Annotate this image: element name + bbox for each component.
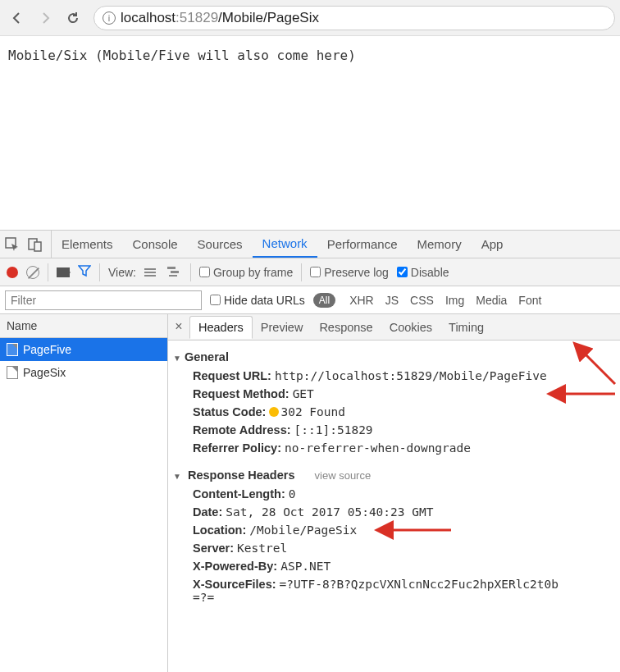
filter-toggle-icon[interactable] <box>78 264 91 280</box>
divider <box>190 263 191 281</box>
address-bar[interactable]: i localhost:51829/Mobile/PageSix <box>93 6 615 30</box>
header-value: 302 Found <box>280 405 345 418</box>
file-icon <box>7 366 18 379</box>
divider <box>99 263 100 281</box>
request-list: Name PageFivePageSix <box>0 314 168 672</box>
svg-rect-2 <box>34 242 41 251</box>
header-value: ASP.NET <box>280 560 331 573</box>
filter-type-font[interactable]: Font <box>518 294 541 307</box>
site-info-icon[interactable]: i <box>103 11 116 25</box>
back-button[interactable] <box>5 6 30 30</box>
tab-network[interactable]: Network <box>253 231 317 258</box>
browser-toolbar: i localhost:51829/Mobile/PageSix <box>0 0 620 36</box>
header-key: Remote Address: <box>193 423 291 437</box>
header-value: http://localhost:51829/Mobile/PageFive <box>275 369 547 382</box>
tab-performance[interactable]: Performance <box>317 231 408 258</box>
list-header-name[interactable]: Name <box>0 314 167 338</box>
preserve-log-check[interactable]: Preserve log <box>310 266 389 279</box>
headers-content: General Request URL: http://localhost:51… <box>168 341 620 672</box>
group-by-frame-check[interactable]: Group by frame <box>199 266 293 279</box>
subtab-headers[interactable]: Headers <box>189 316 253 339</box>
header-key: Request Method: <box>193 387 289 400</box>
svg-rect-5 <box>169 275 177 277</box>
filter-bar: Hide data URLs All XHRJSCSSImgMediaFont <box>0 286 620 314</box>
filter-all[interactable]: All <box>313 293 335 308</box>
divider <box>301 263 302 281</box>
header-row: Content-Length: 0 <box>173 485 615 503</box>
addr-port: :51829 <box>176 10 218 25</box>
subtab-response[interactable]: Response <box>311 317 381 338</box>
header-row: Request URL: http://localhost:51829/Mobi… <box>173 367 615 385</box>
tab-elements[interactable]: Elements <box>52 231 123 258</box>
request-name: PageFive <box>23 343 71 356</box>
tab-console[interactable]: Console <box>123 231 188 258</box>
screenshot-icon[interactable] <box>57 267 70 277</box>
header-value: Sat, 28 Oct 2017 05:40:23 GMT <box>226 505 433 519</box>
file-icon <box>7 343 18 356</box>
section-general[interactable]: General <box>173 347 615 367</box>
filter-type-media[interactable]: Media <box>476 294 507 307</box>
devtools-panel: ElementsConsoleSourcesNetworkPerformance… <box>0 230 620 672</box>
section-response-headers[interactable]: Response Headers view source <box>173 465 615 485</box>
tab-app[interactable]: App <box>472 231 513 258</box>
clear-button[interactable] <box>26 266 39 279</box>
addr-host: localhost <box>121 10 176 25</box>
page-text: Mobile/Six (Mobile/Five will also come h… <box>8 48 356 63</box>
request-name: PageSix <box>23 366 66 379</box>
subtab-timing[interactable]: Timing <box>440 317 492 338</box>
forward-button[interactable] <box>33 6 57 30</box>
header-key: Location: <box>193 523 246 537</box>
network-toolbar: View: Group by frame Preserve log Disabl… <box>0 258 620 286</box>
addr-path: /Mobile/PageSix <box>218 10 319 25</box>
header-key: Referrer Policy: <box>193 441 281 455</box>
page-content: Mobile/Six (Mobile/Five will also come h… <box>0 36 620 75</box>
device-toggle-icon[interactable] <box>28 237 43 252</box>
subtab-preview[interactable]: Preview <box>253 317 312 338</box>
header-value: [::1]:51829 <box>294 423 373 437</box>
header-row: Referrer Policy: no-referrer-when-downgr… <box>173 439 615 457</box>
header-key: Status Code: <box>193 405 266 418</box>
tab-memory[interactable]: Memory <box>408 231 472 258</box>
status-dot-icon <box>269 407 279 417</box>
request-row[interactable]: PageSix <box>0 361 167 384</box>
subtab-cookies[interactable]: Cookies <box>381 317 440 338</box>
header-value: GET <box>293 387 314 400</box>
filter-input[interactable] <box>5 290 202 310</box>
header-row: Server: Kestrel <box>173 539 615 557</box>
svg-rect-3 <box>167 267 176 269</box>
hide-data-urls-check[interactable]: Hide data URLs <box>210 294 305 307</box>
detail-subtabs: HeadersPreviewResponseCookiesTiming <box>168 314 620 341</box>
disable-cache-check[interactable]: Disable <box>397 266 449 279</box>
header-row: Status Code: 302 Found <box>173 403 615 421</box>
header-key: X-SourceFiles: <box>193 578 276 591</box>
inspect-icon[interactable] <box>5 237 20 252</box>
header-row: Request Method: GET <box>173 385 615 403</box>
filter-type-img[interactable]: Img <box>445 294 464 307</box>
header-row: Location: /Mobile/PageSix <box>173 521 615 539</box>
header-row: X-Powered-By: ASP.NET <box>173 557 615 575</box>
record-button[interactable] <box>7 267 18 278</box>
reload-button[interactable] <box>61 6 85 30</box>
view-label: View: <box>108 266 136 279</box>
header-key: Date: <box>193 505 222 519</box>
header-key: X-Powered-By: <box>193 560 277 573</box>
header-key: Request URL: <box>193 369 271 382</box>
header-row: Remote Address: [::1]:51829 <box>173 421 615 439</box>
filter-type-js[interactable]: JS <box>385 294 399 307</box>
view-source-link[interactable]: view source <box>315 469 372 482</box>
header-key: Content-Length: <box>193 487 285 501</box>
header-row: Date: Sat, 28 Oct 2017 05:40:23 GMT <box>173 503 615 521</box>
header-value: no-referrer-when-downgrade <box>285 441 471 455</box>
header-key: Server: <box>193 542 234 555</box>
large-rows-icon[interactable] <box>144 266 159 279</box>
tab-sources[interactable]: Sources <box>188 231 253 258</box>
header-row: X-SourceFiles: =?UTF-8?B?QzpcVXNlcnNcc2F… <box>173 575 615 606</box>
close-icon[interactable]: × <box>171 319 186 334</box>
request-row[interactable]: PageFive <box>0 338 167 361</box>
network-body: Name PageFivePageSix × HeadersPreviewRes… <box>0 314 620 672</box>
filter-type-css[interactable]: CSS <box>410 294 434 307</box>
filter-type-xhr[interactable]: XHR <box>349 294 374 307</box>
waterfall-icon[interactable] <box>167 266 182 279</box>
header-value: Kestrel <box>237 542 287 555</box>
header-value: /Mobile/PageSix <box>249 523 357 537</box>
